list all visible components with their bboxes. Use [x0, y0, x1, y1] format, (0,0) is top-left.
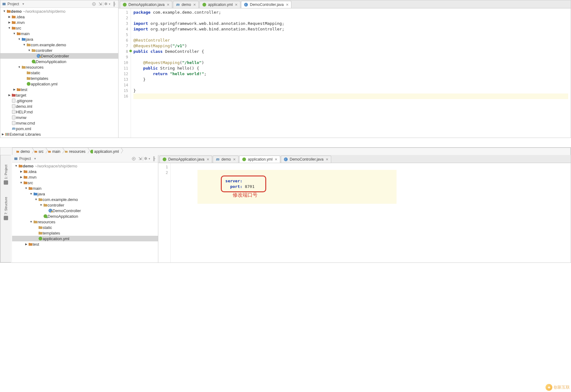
tree-twist[interactable]: ▼: [28, 49, 31, 52]
tree-twist[interactable]: ▼: [35, 198, 38, 201]
tree-twist[interactable]: ▶: [20, 170, 23, 173]
tree-twist[interactable]: [35, 237, 38, 240]
tree-node[interactable]: HELP.md: [0, 109, 118, 115]
hide-icon[interactable]: ╟: [112, 2, 116, 6]
tree-node[interactable]: ▼demo ~/workspace/ship/demo: [0, 8, 118, 14]
tree-twist[interactable]: [35, 226, 38, 229]
close-icon[interactable]: ✕: [235, 3, 238, 7]
tree-node[interactable]: ▶.idea: [0, 14, 118, 20]
tree-twist[interactable]: ▶: [1, 133, 4, 136]
tree-twist[interactable]: ▼: [15, 164, 18, 167]
tree-node[interactable]: ▶.mvn: [12, 174, 158, 180]
tree-twist[interactable]: ▼: [30, 192, 33, 195]
breadcrumbs[interactable]: demosrcmainresourcesapplication.yml: [12, 148, 571, 155]
chevron-down-icon[interactable]: ▼: [32, 157, 38, 160]
tree-node[interactable]: ▼src: [0, 25, 118, 31]
tree-twist[interactable]: [35, 231, 38, 235]
breadcrumb-item[interactable]: resources: [63, 148, 88, 155]
tree-twist[interactable]: [23, 71, 26, 74]
expand-icon[interactable]: ⇲: [98, 2, 102, 6]
tree-twist[interactable]: ▶: [8, 15, 11, 18]
tree-node[interactable]: ▼com.example.demo: [0, 42, 118, 48]
tree-node[interactable]: ▶target: [0, 92, 118, 98]
editor-tab[interactable]: CDemoController.java✕: [281, 156, 331, 163]
tree-twist[interactable]: [8, 99, 11, 102]
project-tool-title[interactable]: Project ▼: [2, 2, 26, 6]
tree-twist[interactable]: ▶: [13, 88, 16, 91]
tree-twist[interactable]: ▼: [25, 187, 28, 190]
close-icon[interactable]: ✕: [275, 157, 277, 162]
tree-node[interactable]: application.yml: [0, 81, 118, 87]
hide-icon[interactable]: ╟: [152, 157, 156, 161]
tree-node[interactable]: .gitignore: [0, 98, 118, 103]
breadcrumb-item[interactable]: application.yml: [88, 148, 121, 155]
tree-node[interactable]: ▼main: [12, 185, 158, 191]
tree-node[interactable]: ▼main: [0, 31, 118, 36]
tree-node[interactable]: static: [12, 225, 158, 230]
tree-node[interactable]: ▼resources: [12, 219, 158, 225]
breadcrumb-item[interactable]: main: [46, 148, 63, 155]
gear-icon[interactable]: ✲▾: [106, 2, 110, 6]
code-content[interactable]: package com.example.demo.controller; imp…: [131, 8, 571, 138]
target-icon[interactable]: [132, 157, 136, 161]
tool-project[interactable]: 1: Project: [4, 165, 8, 185]
tree-twist[interactable]: ▶: [25, 243, 28, 246]
gear-icon[interactable]: ✲▾: [146, 157, 150, 161]
tree-twist[interactable]: ▼: [39, 203, 43, 207]
tree-node[interactable]: mpom.xml: [0, 126, 118, 131]
close-icon[interactable]: ✕: [207, 157, 209, 162]
close-icon[interactable]: ✕: [326, 157, 328, 162]
tree-node[interactable]: ▼com.example.demo: [12, 197, 158, 202]
editor-tab[interactable]: application.yml✕: [239, 156, 280, 163]
project-tree[interactable]: ▼demo ~/workspace/ship/demo▶.idea▶.mvn▼s…: [0, 8, 118, 138]
code-editor[interactable]: 12345678910111213141516 package com.exam…: [118, 8, 571, 138]
tree-node[interactable]: application.yml: [12, 236, 158, 241]
tree-twist[interactable]: [8, 110, 11, 113]
tree-twist[interactable]: [44, 209, 48, 212]
tree-node[interactable]: ▶External Libraries: [0, 131, 118, 137]
tree-twist[interactable]: [8, 105, 11, 108]
tree-twist[interactable]: ▼: [23, 43, 26, 46]
tree-node[interactable]: CDemoController: [0, 53, 118, 59]
tree-node[interactable]: static: [0, 70, 118, 75]
tree-node[interactable]: ▶.idea: [12, 169, 158, 174]
editor-tab[interactable]: mdemo✕: [213, 156, 239, 163]
tree-twist[interactable]: [8, 116, 11, 119]
editor-tab[interactable]: application.yml✕: [199, 1, 240, 8]
tree-node[interactable]: ▶test: [12, 241, 158, 247]
tree-twist[interactable]: ▼: [18, 38, 21, 41]
tree-node[interactable]: ▼java: [0, 36, 118, 42]
tree-twist[interactable]: [8, 127, 11, 130]
chevron-down-icon[interactable]: ▼: [21, 2, 26, 6]
tree-twist[interactable]: ▼: [8, 26, 11, 30]
project-tree[interactable]: ▼demo ~/workspace/ship/demo▶.idea▶.mvn▼s…: [12, 162, 158, 262]
tree-twist[interactable]: [23, 77, 26, 80]
tree-node[interactable]: ▼controller: [0, 48, 118, 53]
tree-node[interactable]: ▼demo ~/workspace/ship/demo: [12, 163, 158, 169]
tree-twist[interactable]: [33, 54, 36, 57]
tree-twist[interactable]: [8, 121, 11, 125]
project-tool-title[interactable]: Project ▼: [14, 157, 38, 161]
code-content[interactable]: server: port: 8701 修改端口号: [171, 163, 571, 262]
editor-tab[interactable]: DemoApplication.java✕: [160, 156, 212, 163]
tree-node[interactable]: DemoApplication: [12, 213, 158, 219]
tree-twist[interactable]: ▼: [18, 66, 21, 69]
tree-node[interactable]: mvnw: [0, 115, 118, 120]
tree-twist[interactable]: ▼: [30, 220, 33, 223]
tree-twist[interactable]: ▶: [8, 93, 11, 97]
tree-node[interactable]: ▶test: [0, 87, 118, 92]
close-icon[interactable]: ✕: [233, 157, 236, 162]
code-editor[interactable]: 1 2 server: port: 8701 修改端口号: [158, 163, 571, 262]
tree-twist[interactable]: ▶: [8, 21, 11, 24]
tree-node[interactable]: ▼java: [12, 191, 158, 197]
tool-structure[interactable]: 7: Structure: [4, 197, 8, 220]
editor-tab[interactable]: DemoApplication.java✕: [120, 1, 172, 8]
close-icon[interactable]: ✕: [286, 3, 289, 7]
target-icon[interactable]: [92, 2, 96, 6]
tree-node[interactable]: ▼src: [12, 180, 158, 185]
tree-twist[interactable]: ▼: [20, 181, 23, 184]
close-icon[interactable]: ✕: [167, 3, 169, 7]
expand-icon[interactable]: ⇲: [138, 157, 142, 161]
tree-node[interactable]: ▶.mvn: [0, 20, 118, 25]
breadcrumb-item[interactable]: src: [32, 148, 46, 155]
